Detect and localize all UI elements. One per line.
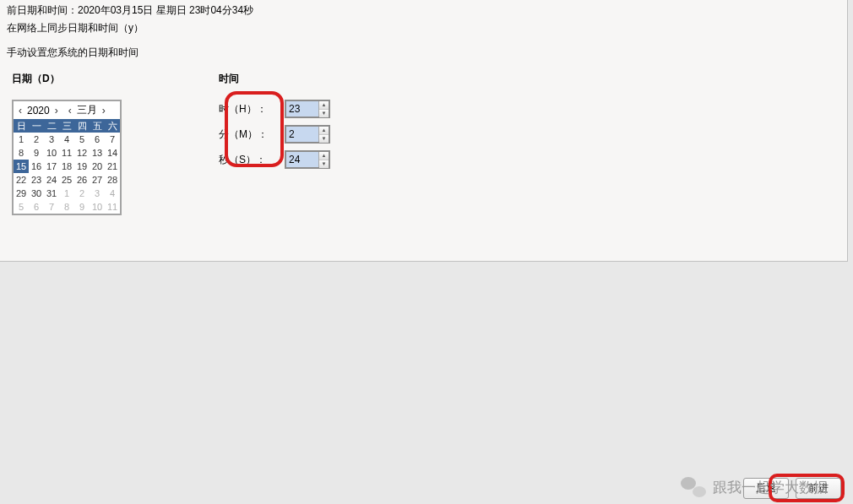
calendar-day[interactable]: 28 <box>105 173 120 187</box>
calendar-grid: 日一二三四五六 12345678910111213141516171819202… <box>14 119 120 214</box>
calendar-day[interactable]: 20 <box>90 160 105 173</box>
wechat-icon <box>681 477 706 497</box>
calendar-day[interactable]: 11 <box>105 200 120 214</box>
calendar-day[interactable]: 21 <box>105 160 120 173</box>
calendar-day[interactable]: 16 <box>29 160 44 173</box>
calendar-month[interactable]: 三月 <box>75 103 99 117</box>
second-input[interactable] <box>286 152 318 167</box>
bottom-button-bar: 后退 前进 <box>743 478 841 499</box>
calendar-day[interactable]: 17 <box>44 160 59 173</box>
second-label: 秒（S）： <box>219 153 285 167</box>
calendar-weekday: 一 <box>29 119 44 133</box>
calendar-day[interactable]: 10 <box>90 200 105 214</box>
time-label: 时间 <box>219 72 330 86</box>
calendar-day[interactable]: 2 <box>74 187 90 200</box>
minute-input[interactable] <box>286 127 318 142</box>
calendar-day[interactable]: 1 <box>59 187 74 200</box>
calendar[interactable]: ‹ 2020 › ‹ 三月 › 日一二三四五六 1234567891011121… <box>12 100 122 215</box>
calendar-day[interactable]: 9 <box>29 146 44 160</box>
calendar-weekday: 日 <box>14 119 29 133</box>
calendar-day[interactable]: 15 <box>14 160 29 173</box>
calendar-weekday: 三 <box>59 119 74 133</box>
date-label: 日期（D） <box>12 72 122 86</box>
year-prev-icon[interactable]: ‹ <box>17 105 24 117</box>
calendar-day[interactable]: 2 <box>29 133 44 146</box>
calendar-day[interactable]: 7 <box>44 200 59 214</box>
calendar-day[interactable]: 10 <box>44 146 59 160</box>
calendar-day[interactable]: 14 <box>105 146 120 160</box>
calendar-day[interactable]: 23 <box>29 173 44 187</box>
calendar-day[interactable]: 7 <box>105 133 120 146</box>
calendar-day[interactable]: 4 <box>59 133 74 146</box>
hour-label: 时（H）： <box>219 102 285 117</box>
manual-set-line: 手动设置您系统的日期和时间 <box>7 46 840 60</box>
hour-up-icon[interactable]: ▲ <box>319 101 329 110</box>
calendar-day[interactable]: 6 <box>29 200 44 214</box>
second-down-icon[interactable]: ▼ <box>319 160 329 168</box>
hour-spinner[interactable]: ▲ ▼ <box>285 100 330 118</box>
calendar-day[interactable]: 29 <box>14 187 29 200</box>
calendar-day[interactable]: 5 <box>14 200 29 214</box>
time-section: 时间 时（H）： ▲ ▼ 分（M）： <box>219 72 330 215</box>
second-up-icon[interactable]: ▲ <box>319 152 329 160</box>
minute-spinner[interactable]: ▲ ▼ <box>285 125 330 144</box>
calendar-day[interactable]: 31 <box>44 187 59 200</box>
minute-label: 分（M）： <box>219 127 285 142</box>
calendar-day[interactable]: 5 <box>74 133 90 146</box>
calendar-day[interactable]: 25 <box>59 173 74 187</box>
calendar-day[interactable]: 4 <box>105 187 120 200</box>
calendar-day[interactable]: 6 <box>90 133 105 146</box>
month-next-icon[interactable]: › <box>101 105 107 117</box>
date-section: 日期（D） ‹ 2020 › ‹ 三月 › 日一二三四五六 1234567891… <box>12 72 122 215</box>
year-next-icon[interactable]: › <box>53 105 60 117</box>
calendar-day[interactable]: 30 <box>29 187 44 200</box>
calendar-day[interactable]: 22 <box>14 173 29 187</box>
minute-up-icon[interactable]: ▲ <box>319 127 329 135</box>
back-button[interactable]: 后退 <box>743 478 789 499</box>
network-sync-line: 在网络上同步日期和时间（y） <box>7 21 840 35</box>
calendar-day[interactable]: 3 <box>90 187 105 200</box>
hour-down-icon[interactable]: ▼ <box>319 110 329 117</box>
calendar-day[interactable]: 18 <box>59 160 74 173</box>
calendar-year[interactable]: 2020 <box>25 105 52 117</box>
settings-panel: 前日期和时间：2020年03月15日 星期日 23时04分34秒 在网络上同步日… <box>0 0 848 262</box>
minute-down-icon[interactable]: ▼ <box>319 135 329 143</box>
calendar-day[interactable]: 8 <box>14 146 29 160</box>
calendar-day[interactable]: 1 <box>14 133 29 146</box>
calendar-day[interactable]: 9 <box>74 200 90 214</box>
calendar-day[interactable]: 26 <box>74 173 90 187</box>
hour-input[interactable] <box>286 101 318 117</box>
calendar-day[interactable]: 3 <box>44 133 59 146</box>
calendar-weekday: 四 <box>74 119 90 133</box>
calendar-weekday: 二 <box>44 119 59 133</box>
calendar-day[interactable]: 11 <box>59 146 74 160</box>
current-datetime-line: 前日期和时间：2020年03月15日 星期日 23时04分34秒 <box>7 3 840 18</box>
calendar-day[interactable]: 24 <box>44 173 59 187</box>
calendar-day[interactable]: 13 <box>90 146 105 160</box>
calendar-day[interactable]: 19 <box>74 160 90 173</box>
calendar-weekday: 五 <box>90 119 105 133</box>
calendar-day[interactable]: 27 <box>90 173 105 187</box>
calendar-day[interactable]: 12 <box>74 146 90 160</box>
next-button[interactable]: 前进 <box>796 478 841 499</box>
calendar-nav: ‹ 2020 › ‹ 三月 › <box>14 101 120 119</box>
calendar-day[interactable]: 8 <box>59 200 74 214</box>
month-prev-icon[interactable]: ‹ <box>67 105 73 117</box>
calendar-weekday: 六 <box>105 119 120 133</box>
second-spinner[interactable]: ▲ ▼ <box>285 150 330 169</box>
